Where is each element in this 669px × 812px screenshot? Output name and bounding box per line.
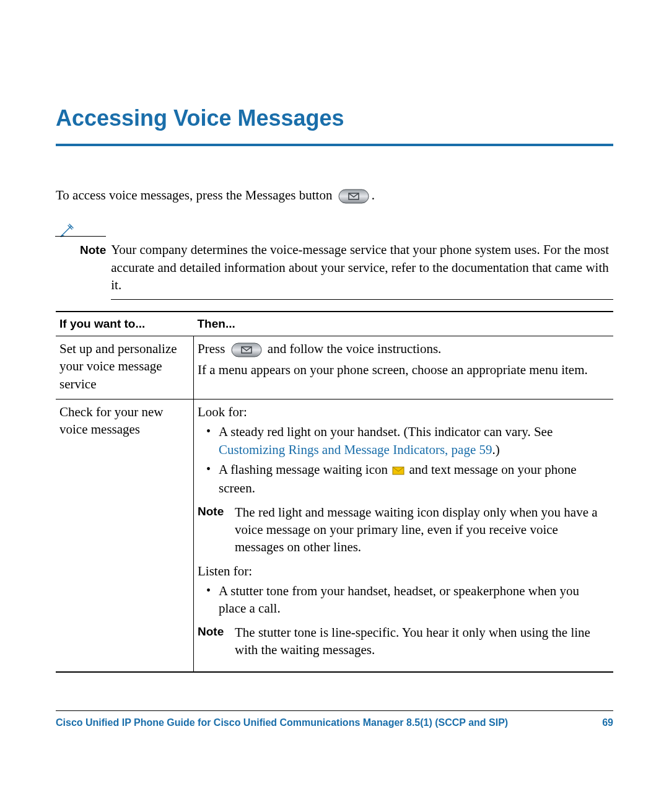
page-body: To access voice messages, press the Mess… [56, 186, 613, 673]
message-waiting-icon [392, 462, 404, 479]
then-cell: Look for: A steady red light on your han… [194, 399, 614, 672]
document-page: Accessing Voice Messages To access voice… [0, 0, 669, 812]
then-cell: Press and follow the voice instructions. [194, 336, 614, 399]
title-rule [56, 144, 613, 146]
list-item: A steady red light on your handset. (Thi… [219, 423, 610, 458]
look1-post: .) [492, 442, 500, 457]
look1-pre: A steady red light on your handset. (Thi… [219, 424, 553, 439]
table-row: Set up and personalize your voice messag… [56, 336, 613, 399]
listen-for-heading: Listen for: [198, 562, 610, 580]
look-for-heading: Look for: [198, 403, 610, 421]
menu-line: If a menu appears on your phone screen, … [198, 361, 610, 378]
inline-note: Note The red light and message waiting i… [198, 504, 610, 556]
inline-note-label: Note [198, 624, 235, 659]
col-header-then: Then... [194, 312, 614, 336]
intro-paragraph: To access voice messages, press the Mess… [56, 186, 613, 204]
press-line: Press and follow the voice instructions. [198, 340, 610, 357]
look-for-list: A steady red light on your handset. (Thi… [198, 423, 610, 497]
svg-rect-2 [232, 343, 261, 357]
table-header-row: If you want to... Then... [56, 312, 613, 336]
footer-rule [56, 710, 613, 711]
instructions-table: If you want to... Then... Set up and per… [56, 311, 613, 672]
inline-note-text: The stutter tone is line-specific. You h… [235, 624, 610, 659]
inline-note-text: The red light and message waiting icon d… [235, 504, 610, 556]
intro-text-pre: To access voice messages, press the Mess… [56, 188, 336, 203]
list-item: A flashing message waiting icon and text… [219, 461, 610, 497]
page-title: Accessing Voice Messages [56, 105, 613, 131]
footer-line: Cisco Unified IP Phone Guide for Cisco U… [56, 717, 613, 728]
list-item: A stutter tone from your handset, headse… [219, 582, 610, 618]
note-icon [56, 222, 77, 243]
note-label-column: Note [80, 222, 106, 258]
note-block: Note Your company determines the voice-m… [56, 222, 613, 294]
col-header-if: If you want to... [56, 312, 194, 336]
note-label: Note [80, 243, 106, 256]
intro-text-post: . [372, 188, 375, 203]
xref-link-customizing-rings[interactable]: Customizing Rings and Message Indicators… [219, 442, 492, 457]
page-footer: Cisco Unified IP Phone Guide for Cisco U… [56, 710, 613, 728]
footer-page-number: 69 [602, 717, 613, 728]
press-pre: Press [198, 341, 229, 356]
messages-button-icon [338, 189, 369, 204]
svg-rect-0 [339, 190, 369, 203]
note-text: Your company determines the voice-messag… [111, 222, 613, 294]
inline-note: Note The stutter tone is line-specific. … [198, 624, 610, 659]
want-cell: Set up and personalize your voice messag… [56, 336, 194, 399]
table-row: Check for your new voice messages Look f… [56, 399, 613, 672]
inline-note-label: Note [198, 504, 235, 556]
look2-pre: A flashing message waiting icon [219, 462, 391, 477]
messages-button-icon [231, 343, 262, 357]
listen-for-list: A stutter tone from your handset, headse… [198, 582, 610, 618]
want-cell: Check for your new voice messages [56, 399, 194, 672]
footer-doc-title: Cisco Unified IP Phone Guide for Cisco U… [56, 717, 508, 728]
press-post: and follow the voice instructions. [268, 341, 442, 356]
